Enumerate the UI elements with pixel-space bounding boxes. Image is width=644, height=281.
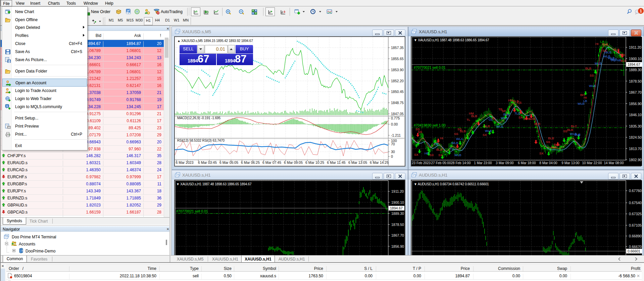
svg-text:BLB: BLB bbox=[602, 42, 608, 46]
svg-text:SS: SS bbox=[590, 74, 594, 77]
svg-text:1878.50: 1878.50 bbox=[629, 79, 642, 83]
svg-text:1848.75: 1848.75 bbox=[391, 101, 404, 105]
svg-text:TU: TU bbox=[449, 147, 454, 150]
svg-text:1802.90: 1802.90 bbox=[629, 158, 642, 162]
svg-text:SX: SX bbox=[483, 133, 487, 137]
svg-text:WLB: WLB bbox=[451, 141, 458, 145]
svg-text:MACD(12,26,9) -0.191 -1.695: MACD(12,26,9) -0.191 -1.695 bbox=[177, 116, 221, 120]
svg-text:1856.90: 1856.90 bbox=[391, 244, 404, 248]
svg-text:0.66890: 0.66890 bbox=[629, 234, 642, 238]
svg-text:TLS: TLS bbox=[514, 111, 520, 115]
svg-text:▼ AUDUSD.s,H1 0.66734 0.66742: ▼ AUDUSD.s,H1 0.66734 0.66742 0.66511 0.… bbox=[414, 182, 489, 186]
svg-text:BLE: BLE bbox=[621, 59, 627, 62]
svg-text:1856.90: 1856.90 bbox=[629, 102, 642, 106]
svg-text:SX: SX bbox=[539, 151, 544, 155]
svg-text:14 Mar 08:00: 14 Mar 08:00 bbox=[604, 161, 624, 165]
svg-text:#70419830 sell 1.00: #70419830 sell 1.00 bbox=[414, 123, 446, 127]
svg-text:SS: SS bbox=[602, 49, 607, 52]
svg-text:70: 70 bbox=[391, 142, 395, 146]
svg-text:CS: CS bbox=[517, 101, 522, 104]
svg-text:0.67540: 0.67540 bbox=[629, 201, 642, 205]
svg-text:WLA: WLA bbox=[456, 137, 463, 141]
svg-text:1850.45: 1850.45 bbox=[391, 90, 404, 94]
svg-text:6 Mar 11:45: 6 Mar 11:45 bbox=[327, 160, 345, 165]
svg-text:1889.30: 1889.30 bbox=[629, 68, 642, 72]
svg-text:6 Mar 09:05: 6 Mar 09:05 bbox=[284, 160, 303, 165]
svg-text:LX: LX bbox=[419, 132, 424, 136]
svg-text:SsB: SsB bbox=[551, 145, 556, 149]
svg-text:0.775: 0.775 bbox=[391, 116, 400, 120]
svg-text:WLB: WLB bbox=[496, 125, 503, 128]
svg-text:#70770021 sell 0.01: #70770021 sell 0.01 bbox=[176, 209, 208, 213]
svg-text:S: S bbox=[6, 105, 8, 108]
svg-text:1847.05: 1847.05 bbox=[391, 112, 404, 116]
svg-text:LB: LB bbox=[583, 99, 587, 103]
svg-text:1852.20: 1852.20 bbox=[391, 79, 404, 83]
svg-text:6 Mar 13:05: 6 Mar 13:05 bbox=[348, 160, 367, 165]
svg-text:1911.20: 1911.20 bbox=[391, 189, 404, 193]
svg-text:1911.20: 1911.20 bbox=[629, 45, 641, 49]
svg-text:BLB: BLB bbox=[567, 128, 573, 132]
svg-text:8 Mar 04:00: 8 Mar 04:00 bbox=[539, 161, 557, 165]
svg-text:▼ XAUUSD.s,H1 1887.48 1898.63: ▼ XAUUSD.s,H1 1887.48 1898.63 1886.65 18… bbox=[176, 182, 252, 186]
svg-text:BLC: BLC bbox=[571, 124, 577, 128]
svg-text:27 Feb 05:00: 27 Feb 05:00 bbox=[431, 161, 451, 165]
svg-text:30: 30 bbox=[391, 150, 395, 154]
svg-text:1894.67: 1894.67 bbox=[390, 206, 403, 210]
svg-text:1 Mar 23:00: 1 Mar 23:00 bbox=[474, 161, 492, 165]
svg-text:HI: HI bbox=[440, 136, 443, 140]
svg-text:BLB: BLB bbox=[548, 136, 554, 140]
svg-text:▲ XAUUSD.s,M5 1894.15 1895.42: ▲ XAUUSD.s,M5 1894.15 1895.42 1893.92 18… bbox=[177, 39, 253, 43]
svg-text:BLB: BLB bbox=[484, 124, 490, 128]
svg-text:#70770021 sell 0.01: #70770021 sell 0.01 bbox=[414, 65, 446, 69]
svg-text:BLB: BLB bbox=[436, 148, 442, 151]
svg-text:1857.35: 1857.35 bbox=[391, 46, 404, 50]
svg-text:1867.70: 1867.70 bbox=[391, 233, 404, 237]
svg-text:6 Mar 14:25: 6 Mar 14:25 bbox=[370, 160, 389, 165]
svg-text:3 Mar 09:00: 3 Mar 09:00 bbox=[496, 161, 514, 165]
svg-text:BLB: BLB bbox=[585, 66, 591, 70]
svg-text:TL: TL bbox=[466, 118, 470, 122]
svg-text:6 Mar 18:00: 6 Mar 18:00 bbox=[518, 161, 536, 165]
svg-text:BLB: BLB bbox=[534, 122, 540, 126]
svg-text:6 Mar 06:25: 6 Mar 06:25 bbox=[241, 160, 260, 165]
svg-text:23 Feb 2023: 23 Feb 2023 bbox=[412, 161, 431, 165]
svg-text:28 Feb 14:00: 28 Feb 14:00 bbox=[451, 161, 471, 165]
svg-text:B B: B B bbox=[620, 53, 625, 57]
svg-text:1853.90: 1853.90 bbox=[391, 68, 404, 72]
svg-text:BLB: BLB bbox=[613, 48, 620, 51]
svg-text:▼ XAUUSD.s,H1 1887.48 1898.63: ▼ XAUUSD.s,H1 1887.48 1898.63 1886.65 18… bbox=[414, 38, 489, 42]
svg-text:SX: SX bbox=[438, 153, 443, 157]
svg-text:RSI(13) 58.5332 RSI(3) 63,747: RSI(13) 58.5332 RSI(3) 63,7470 bbox=[177, 139, 225, 142]
svg-text:1824.50: 1824.50 bbox=[629, 135, 642, 139]
svg-text:0.00: 0.00 bbox=[391, 122, 398, 126]
svg-text:1835.30: 1835.30 bbox=[629, 124, 642, 128]
svg-text:BL: BL bbox=[492, 116, 496, 120]
svg-text:1900.10: 1900.10 bbox=[391, 200, 404, 204]
svg-text:6 Mar 05:05: 6 Mar 05:05 bbox=[219, 160, 238, 165]
svg-text:1846.10: 1846.10 bbox=[629, 113, 642, 117]
svg-text:HI: HI bbox=[595, 42, 599, 46]
svg-text:WLB: WLB bbox=[485, 129, 492, 133]
svg-text:1900.10: 1900.10 bbox=[629, 57, 642, 61]
svg-text:1889.30: 1889.30 bbox=[391, 212, 404, 216]
svg-text:PB: PB bbox=[434, 142, 439, 146]
svg-text:1855.65: 1855.65 bbox=[391, 57, 404, 61]
svg-text:X: X bbox=[592, 96, 594, 99]
svg-text:BLB: BLB bbox=[471, 114, 477, 118]
svg-text:SD0: SD0 bbox=[529, 117, 535, 121]
svg-text:0.67105: 0.67105 bbox=[629, 223, 642, 227]
svg-text:WLB: WLB bbox=[589, 84, 596, 88]
svg-text:BLB: BLB bbox=[503, 112, 509, 116]
svg-text:-1.211: -1.211 bbox=[391, 133, 401, 137]
svg-text:B: B bbox=[578, 133, 580, 137]
svg-text:0.66601: 0.66601 bbox=[628, 249, 640, 253]
svg-text:WLB: WLB bbox=[501, 116, 508, 120]
svg-text:X: X bbox=[477, 119, 479, 123]
svg-text:1878.50: 1878.50 bbox=[391, 223, 404, 227]
svg-text:6 Mar 03:45: 6 Mar 03:45 bbox=[198, 160, 217, 165]
svg-text:1867.70: 1867.70 bbox=[629, 90, 642, 94]
svg-text:10 Mar 22:00: 10 Mar 22:00 bbox=[582, 161, 602, 165]
svg-text:HM: HM bbox=[508, 98, 513, 102]
svg-text:1894.67: 1894.67 bbox=[628, 62, 640, 66]
